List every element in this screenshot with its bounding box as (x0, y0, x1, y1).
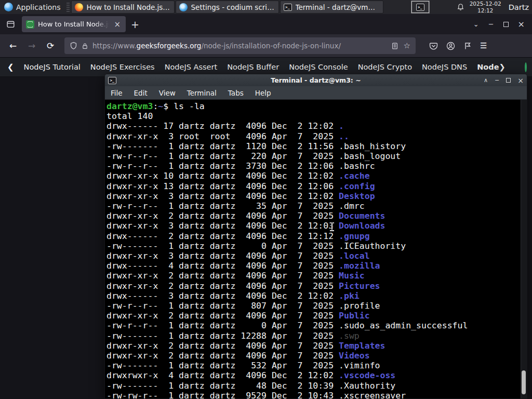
url-bar[interactable]: https://www.geeksforgeeks.org/node-js/in… (64, 37, 416, 54)
terminal-titlebar[interactable]: >_ Terminal - dartz@vm3: ~ ∧ − × (105, 74, 527, 86)
menu-tabs[interactable]: Tabs (222, 89, 249, 97)
nav-back-chevron-icon[interactable]: ❮ (7, 62, 14, 72)
nav-more-chevron-icon: ❯ (499, 63, 505, 71)
terminal-line: drwxr-xr-x 3 root root 4096 Apr 7 2025 .… (107, 131, 527, 141)
reader-mode-icon[interactable] (391, 42, 398, 50)
terminal-output[interactable]: dartz@vm3:~$ ls -latotal 140drwx------ 1… (105, 100, 527, 398)
codium-icon (179, 3, 188, 11)
pocket-icon[interactable] (429, 42, 438, 50)
taskbar-item-terminal[interactable]: >_ Terminal - dartz@vm3: ~ (280, 1, 383, 14)
terminal-line: drwxr-xr-x 2 dartz dartz 4096 Apr 7 2025… (107, 281, 527, 291)
terminal-line: drwx------ 3 dartz dartz 4096 Dec 2 12:0… (107, 291, 527, 301)
terminal-line: drwxr-xr-x 3 dartz dartz 4096 Dec 2 12:0… (107, 191, 527, 201)
nav-item-buffer[interactable]: NodeJS Buffer (227, 63, 279, 71)
terminal-minimize-button[interactable]: − (495, 77, 499, 83)
terminal-line: -rw------- 1 dartz dartz 12288 Apr 7 202… (107, 331, 527, 341)
terminal-window: >_ Terminal - dartz@vm3: ~ ∧ − × File Ed… (104, 74, 527, 399)
terminal-maximize-button[interactable] (506, 78, 511, 83)
bookmark-star-icon[interactable]: ☆ (404, 41, 410, 50)
taskbar-item-firefox[interactable]: How to Install Node.js o... (71, 1, 175, 14)
tab-close-icon[interactable]: × (113, 20, 122, 29)
terminal-menubar: File Edit View Terminal Tabs Help (105, 86, 527, 100)
scrollbar-thumb[interactable] (522, 370, 526, 394)
terminal-line: drwxr-xr-x 2 dartz dartz 4096 Apr 7 2025… (107, 341, 527, 351)
list-all-tabs-icon[interactable]: ⌄ (473, 20, 479, 28)
terminal-line: -rw------- 1 dartz dartz 532 Apr 7 2025 … (107, 361, 527, 370)
new-tab-button[interactable]: + (126, 19, 144, 30)
terminal-line: -rw------- 1 dartz dartz 0 Apr 7 2025 .I… (107, 241, 527, 251)
nav-item-exercises[interactable]: NodeJS Exercises (90, 63, 155, 71)
back-button[interactable]: ← (5, 38, 21, 54)
nav-item-assert[interactable]: NodeJS Assert (165, 63, 218, 71)
terminal-line: -rw-r--r-- 1 dartz dartz 807 Apr 7 2025 … (107, 301, 527, 311)
terminal-title: Terminal - dartz@vm3: ~ (105, 76, 527, 84)
terminal-close-button[interactable]: × (517, 77, 524, 84)
nav-item-crypto[interactable]: NodeJS Crypto (358, 63, 412, 71)
terminal-line: drwxr-xr-x 3 dartz dartz 4096 Dec 2 12:0… (107, 221, 527, 231)
panel-separator (66, 3, 70, 12)
menu-help[interactable]: Help (249, 89, 277, 97)
reload-button[interactable]: ⟳ (43, 38, 58, 54)
geeksforgeeks-favicon (26, 20, 34, 29)
menu-file[interactable]: File (105, 89, 128, 97)
menu-edit[interactable]: Edit (128, 89, 153, 97)
notifications-bell-icon[interactable] (457, 3, 464, 11)
browser-toolbar: ← → ⟳ https://www.geeksforgeeks.org/node… (0, 34, 532, 58)
terminal-line: -rw-r--r-- 1 dartz dartz 220 Apr 7 2025 … (107, 151, 527, 161)
terminal-line: drwxr-xr-x 2 dartz dartz 4096 Apr 7 2025… (107, 211, 527, 221)
tracking-shield-icon[interactable] (70, 42, 77, 50)
url-text: https://www.geeksforgeeks.org/node-js/in… (92, 42, 387, 50)
terminal-line: drwx------ 2 dartz dartz 4096 Dec 2 12:1… (107, 231, 527, 241)
nav-item-dns[interactable]: NodeJS DNS (422, 63, 467, 71)
terminal-line: drwx------ 17 dartz dartz 4096 Dec 2 12:… (107, 121, 527, 131)
terminal-line: dartz@vm3:~$ ls -la (107, 101, 527, 111)
terminal-line: drwxr-xr-x 3 dartz dartz 4096 Apr 7 2025… (107, 251, 527, 261)
clock-time: 12:12 (470, 7, 501, 14)
terminal-line: -rw-r--r-- 1 dartz dartz 3730 Dec 2 12:0… (107, 161, 527, 171)
firefox-icon (75, 3, 83, 11)
forward-button[interactable]: → (24, 38, 39, 54)
nav-item-console[interactable]: NodeJS Console (289, 63, 348, 71)
terminal-line: -rw------- 1 dartz dartz 1120 Dec 2 11:5… (107, 141, 527, 151)
nav-item-truncated[interactable]: Node❯ (477, 63, 505, 71)
app-menu-icon[interactable]: ☰ (480, 41, 487, 50)
terminal-line: -rw-r--r-- 1 dartz dartz 35 Apr 7 2025 .… (107, 201, 527, 211)
applications-menu[interactable]: Applications (0, 0, 65, 14)
search-icon[interactable] (525, 62, 527, 72)
terminal-shade-button[interactable]: ∧ (484, 77, 488, 83)
firefox-view-button[interactable] (3, 17, 18, 32)
window-close-button[interactable]: × (518, 19, 525, 29)
addon-icon[interactable] (463, 42, 472, 50)
taskbar-label: Terminal - dartz@vm3: ~ (296, 3, 380, 11)
terminal-line: drwxrwxr-x 4 dartz dartz 4096 Dec 2 12:0… (107, 370, 527, 380)
window-minimize-button[interactable]: − (488, 20, 494, 28)
taskbar-label: How to Install Node.js o... (87, 3, 171, 11)
terminal-scrollbar[interactable] (521, 100, 527, 398)
account-icon[interactable] (446, 42, 455, 50)
terminal-line: -rw-r--r-- 1 dartz dartz 0 Apr 7 2025 .s… (107, 321, 527, 330)
terminal-line: -rw------- 1 dartz dartz 48 Dec 2 10:39 … (107, 381, 527, 391)
lock-icon[interactable] (82, 42, 88, 50)
tab-title: How to Install Node.js on (38, 20, 109, 28)
distro-logo-icon (4, 3, 13, 11)
menu-view[interactable]: View (153, 89, 181, 97)
terminal-line: drwxr-xr-x 2 dartz dartz 4096 Apr 7 2025… (107, 271, 527, 281)
tray-terminal-launcher[interactable]: >_ (411, 1, 429, 13)
panel-clock[interactable]: 2025-12-02 12:12 (470, 1, 501, 13)
menu-terminal[interactable]: Terminal (181, 89, 222, 97)
browser-tab-active[interactable]: How to Install Node.js on × (22, 16, 126, 32)
terminal-line: total 140 (107, 111, 527, 121)
terminal-line: -rw-rw-r-- 1 dartz dartz 9529 Dec 2 10:4… (107, 391, 527, 398)
taskbar-label: Settings - codium script... (191, 3, 275, 11)
taskbar-item-codium[interactable]: Settings - codium script... (176, 1, 279, 14)
window-maximize-button[interactable] (503, 22, 509, 27)
terminal-line: drwxr-xr-x 2 dartz dartz 4096 Apr 7 2025… (107, 351, 527, 361)
tab-bar: How to Install Node.js on × + ⌄ − × (0, 14, 532, 34)
nav-item-tutorial[interactable]: NodeJS Tutorial (24, 63, 81, 71)
clock-date: 2025-12-02 (470, 1, 501, 7)
terminal-line: drwxr-xr-x 10 dartz dartz 4096 Dec 2 12:… (107, 171, 527, 181)
terminal-icon: >_ (108, 77, 116, 84)
terminal-icon: >_ (284, 4, 292, 11)
terminal-line: drwxr-xr-x 13 dartz dartz 4096 Dec 2 12:… (107, 181, 527, 191)
panel-username[interactable]: Dartz (507, 3, 529, 11)
